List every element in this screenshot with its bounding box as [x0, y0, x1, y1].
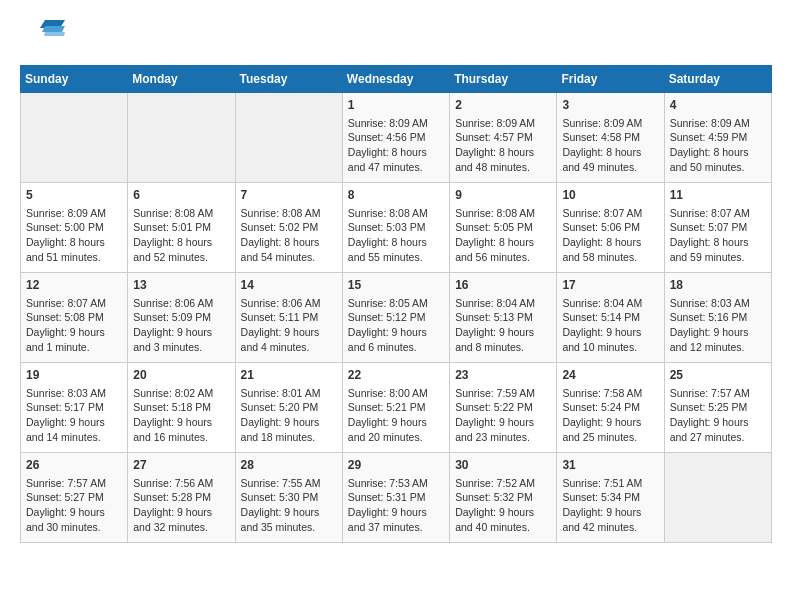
day-info: Daylight: 9 hours — [241, 415, 337, 430]
header-saturday: Saturday — [664, 66, 771, 93]
calendar-cell: 31Sunrise: 7:51 AMSunset: 5:34 PMDayligh… — [557, 453, 664, 543]
day-number: 28 — [241, 457, 337, 474]
day-info: Sunset: 5:06 PM — [562, 220, 658, 235]
calendar-week-row: 26Sunrise: 7:57 AMSunset: 5:27 PMDayligh… — [21, 453, 772, 543]
day-info: Sunrise: 8:08 AM — [241, 206, 337, 221]
day-info: Daylight: 9 hours — [133, 415, 229, 430]
day-info: Daylight: 9 hours — [562, 505, 658, 520]
day-info: Sunset: 5:28 PM — [133, 490, 229, 505]
calendar-cell — [21, 93, 128, 183]
day-number: 17 — [562, 277, 658, 294]
svg-marker-3 — [44, 32, 65, 36]
day-info: and 3 minutes. — [133, 340, 229, 355]
day-info: Daylight: 9 hours — [241, 325, 337, 340]
day-info: Daylight: 8 hours — [348, 145, 444, 160]
calendar-cell — [235, 93, 342, 183]
day-info: Daylight: 9 hours — [241, 505, 337, 520]
day-number: 23 — [455, 367, 551, 384]
day-info: Sunset: 5:24 PM — [562, 400, 658, 415]
calendar-cell: 21Sunrise: 8:01 AMSunset: 5:20 PMDayligh… — [235, 363, 342, 453]
day-info: Sunset: 4:58 PM — [562, 130, 658, 145]
day-info: Daylight: 9 hours — [455, 325, 551, 340]
day-info: Sunrise: 8:08 AM — [455, 206, 551, 221]
day-info: and 37 minutes. — [348, 520, 444, 535]
calendar-cell: 1Sunrise: 8:09 AMSunset: 4:56 PMDaylight… — [342, 93, 449, 183]
day-info: and 25 minutes. — [562, 430, 658, 445]
day-info: Sunrise: 7:57 AM — [670, 386, 766, 401]
calendar-week-row: 19Sunrise: 8:03 AMSunset: 5:17 PMDayligh… — [21, 363, 772, 453]
day-number: 22 — [348, 367, 444, 384]
calendar-cell: 20Sunrise: 8:02 AMSunset: 5:18 PMDayligh… — [128, 363, 235, 453]
day-info: Daylight: 8 hours — [670, 145, 766, 160]
day-info: and 23 minutes. — [455, 430, 551, 445]
day-info: Sunset: 4:56 PM — [348, 130, 444, 145]
header-sunday: Sunday — [21, 66, 128, 93]
calendar-cell: 29Sunrise: 7:53 AMSunset: 5:31 PMDayligh… — [342, 453, 449, 543]
calendar-cell: 19Sunrise: 8:03 AMSunset: 5:17 PMDayligh… — [21, 363, 128, 453]
calendar-cell: 30Sunrise: 7:52 AMSunset: 5:32 PMDayligh… — [450, 453, 557, 543]
day-info: Sunset: 5:03 PM — [348, 220, 444, 235]
calendar-header-row: SundayMondayTuesdayWednesdayThursdayFrid… — [21, 66, 772, 93]
day-info: Daylight: 8 hours — [562, 235, 658, 250]
day-info: Sunrise: 8:09 AM — [26, 206, 122, 221]
day-info: Sunset: 4:57 PM — [455, 130, 551, 145]
calendar-cell: 13Sunrise: 8:06 AMSunset: 5:09 PMDayligh… — [128, 273, 235, 363]
day-info: Sunrise: 8:00 AM — [348, 386, 444, 401]
day-info: and 30 minutes. — [26, 520, 122, 535]
day-info: Sunrise: 8:08 AM — [133, 206, 229, 221]
calendar-cell: 9Sunrise: 8:08 AMSunset: 5:05 PMDaylight… — [450, 183, 557, 273]
calendar-cell: 3Sunrise: 8:09 AMSunset: 4:58 PMDaylight… — [557, 93, 664, 183]
day-info: Sunrise: 8:09 AM — [455, 116, 551, 131]
day-number: 18 — [670, 277, 766, 294]
day-number: 25 — [670, 367, 766, 384]
day-info: and 58 minutes. — [562, 250, 658, 265]
day-info: Daylight: 9 hours — [26, 325, 122, 340]
day-info: Sunset: 5:00 PM — [26, 220, 122, 235]
calendar-cell: 16Sunrise: 8:04 AMSunset: 5:13 PMDayligh… — [450, 273, 557, 363]
day-info: Sunrise: 7:58 AM — [562, 386, 658, 401]
day-info: Daylight: 8 hours — [348, 235, 444, 250]
calendar-cell: 5Sunrise: 8:09 AMSunset: 5:00 PMDaylight… — [21, 183, 128, 273]
day-info: Sunset: 5:27 PM — [26, 490, 122, 505]
day-number: 29 — [348, 457, 444, 474]
header-thursday: Thursday — [450, 66, 557, 93]
day-info: Sunrise: 7:59 AM — [455, 386, 551, 401]
day-info: and 8 minutes. — [455, 340, 551, 355]
day-info: Daylight: 8 hours — [133, 235, 229, 250]
day-info: Sunset: 5:14 PM — [562, 310, 658, 325]
calendar-week-row: 5Sunrise: 8:09 AMSunset: 5:00 PMDaylight… — [21, 183, 772, 273]
day-number: 30 — [455, 457, 551, 474]
day-number: 2 — [455, 97, 551, 114]
calendar-cell: 11Sunrise: 8:07 AMSunset: 5:07 PMDayligh… — [664, 183, 771, 273]
calendar-cell: 28Sunrise: 7:55 AMSunset: 5:30 PMDayligh… — [235, 453, 342, 543]
day-info: Daylight: 9 hours — [562, 415, 658, 430]
day-info: Sunrise: 8:09 AM — [348, 116, 444, 131]
day-number: 24 — [562, 367, 658, 384]
day-info: Sunrise: 7:55 AM — [241, 476, 337, 491]
calendar-cell: 22Sunrise: 8:00 AMSunset: 5:21 PMDayligh… — [342, 363, 449, 453]
day-info: Daylight: 8 hours — [455, 235, 551, 250]
day-number: 21 — [241, 367, 337, 384]
calendar-week-row: 1Sunrise: 8:09 AMSunset: 4:56 PMDaylight… — [21, 93, 772, 183]
day-info: and 59 minutes. — [670, 250, 766, 265]
day-info: Sunset: 5:05 PM — [455, 220, 551, 235]
calendar-cell: 14Sunrise: 8:06 AMSunset: 5:11 PMDayligh… — [235, 273, 342, 363]
day-number: 8 — [348, 187, 444, 204]
page-header — [20, 20, 772, 55]
calendar-week-row: 12Sunrise: 8:07 AMSunset: 5:08 PMDayligh… — [21, 273, 772, 363]
day-number: 16 — [455, 277, 551, 294]
day-info: Sunrise: 8:08 AM — [348, 206, 444, 221]
day-info: Daylight: 9 hours — [562, 325, 658, 340]
day-info: and 27 minutes. — [670, 430, 766, 445]
day-info: Daylight: 8 hours — [562, 145, 658, 160]
day-info: Sunrise: 8:06 AM — [133, 296, 229, 311]
day-info: and 52 minutes. — [133, 250, 229, 265]
day-info: and 54 minutes. — [241, 250, 337, 265]
day-number: 15 — [348, 277, 444, 294]
calendar-cell: 24Sunrise: 7:58 AMSunset: 5:24 PMDayligh… — [557, 363, 664, 453]
day-info: and 48 minutes. — [455, 160, 551, 175]
calendar-cell: 27Sunrise: 7:56 AMSunset: 5:28 PMDayligh… — [128, 453, 235, 543]
day-info: Sunrise: 8:09 AM — [562, 116, 658, 131]
day-info: and 32 minutes. — [133, 520, 229, 535]
day-info: Daylight: 8 hours — [26, 235, 122, 250]
